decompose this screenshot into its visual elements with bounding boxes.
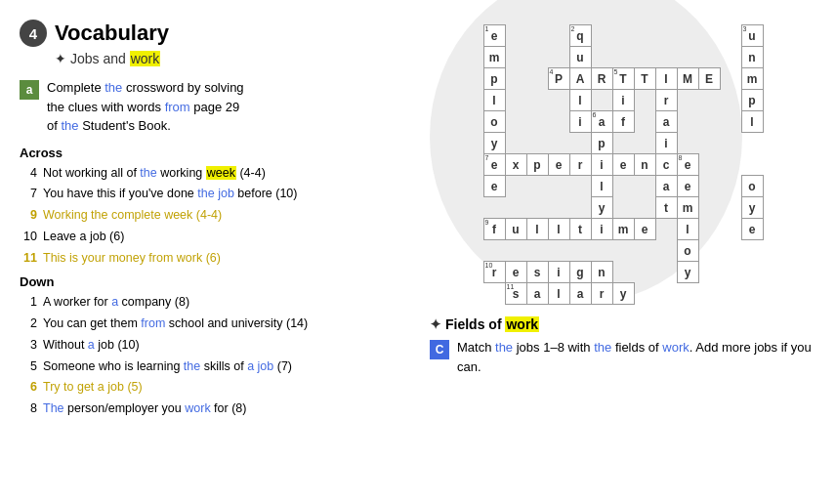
clues-section-down: Down 1 A worker for a company (8) 2 You … xyxy=(20,274,400,418)
clue-down-8: 8 The person/employer you work for (8) xyxy=(20,399,400,418)
grid-cell: l xyxy=(548,283,569,305)
left-panel: 4 Vocabulary ✦ Jobs and work a Complete … xyxy=(0,0,420,504)
grid-cell: r xyxy=(655,90,677,111)
grid-cell: 6a xyxy=(591,111,612,133)
grid-cell: t xyxy=(569,219,591,240)
grid-cell: l xyxy=(483,90,505,111)
grid-cell: c xyxy=(655,154,677,176)
grid-cell: m xyxy=(483,47,505,68)
grid-cell: R xyxy=(591,68,612,90)
grid-cell: 5T xyxy=(612,68,634,90)
grid-cell: o xyxy=(483,111,505,133)
grid-cell: i xyxy=(569,111,591,133)
grid-cell: m xyxy=(677,197,698,219)
grid-cell: 9f xyxy=(483,219,505,240)
grid-row-10: o xyxy=(483,240,763,262)
grid-cell: e xyxy=(548,154,569,176)
grid-cell: a xyxy=(655,111,677,133)
grid-row-5: y p i xyxy=(483,133,763,154)
grid-cell: l xyxy=(526,219,548,240)
grid-cell: 2q xyxy=(569,25,591,47)
grid-cell: e xyxy=(634,219,655,240)
grid-cell: f xyxy=(612,111,634,133)
grid-row-0: 1e 2q 3u xyxy=(483,25,763,47)
grid-cell: l xyxy=(741,111,763,133)
grid-cell: T xyxy=(634,68,655,90)
grid-cell: p xyxy=(526,154,548,176)
grid-cell: p xyxy=(483,68,505,90)
grid-cell: y xyxy=(591,197,612,219)
fields-highlight: work xyxy=(505,316,539,332)
crossword-grid: 1e 2q 3u xyxy=(483,24,764,305)
grid-cell: o xyxy=(677,240,698,262)
grid-cell: p xyxy=(591,133,612,154)
grid-row-6: 7e x p e r i e n c 8e xyxy=(483,154,763,176)
grid-cell: y xyxy=(612,283,634,305)
grid-cell: n xyxy=(591,262,612,283)
grid-row-2: p 4P A R 5T T I M E m xyxy=(483,68,763,90)
grid-row-1: m u n xyxy=(483,47,763,68)
grid-cell: y xyxy=(677,262,698,283)
clue-across-11: 11 This is your money from work (6) xyxy=(20,249,400,268)
grid-cell: i xyxy=(655,133,677,154)
grid-row-3: l l i r p xyxy=(483,90,763,111)
grid-cell: 8e xyxy=(677,154,698,176)
task-a-row: a Complete the crossword by solvingthe c… xyxy=(20,78,400,136)
grid-cell: e xyxy=(741,219,763,240)
fields-text: Match the jobs 1–8 with the fields of wo… xyxy=(457,338,816,376)
grid-cell: M xyxy=(677,68,698,90)
crossword-container: 1e 2q 3u xyxy=(483,20,764,305)
grid-cell: 10r xyxy=(483,262,505,283)
grid-cell: l xyxy=(569,90,591,111)
subtitle-text: Jobs and work xyxy=(70,51,160,66)
star-icon: ✦ xyxy=(55,51,66,66)
right-panel: 1e 2q 3u xyxy=(420,0,836,504)
grid-cell: 7e xyxy=(483,154,505,176)
grid-cell: y xyxy=(741,197,763,219)
fields-section: ✦ Fields of work C Match the jobs 1–8 wi… xyxy=(420,316,826,376)
clue-across-9: 9 Working the complete week (4-4) xyxy=(20,206,400,225)
clue-down-6: 6 Try to get a job (5) xyxy=(20,378,400,397)
fields-title-text: Fields of work xyxy=(445,316,539,332)
grid-cell: 11s xyxy=(505,283,526,305)
section-header: 4 Vocabulary xyxy=(20,20,400,47)
grid-cell: p xyxy=(741,90,763,111)
grid-cell: y xyxy=(483,133,505,154)
clue-across-4: 4 Not working all of the working week (4… xyxy=(20,164,400,183)
across-heading: Across xyxy=(20,146,400,160)
task-c-label: C xyxy=(430,340,449,359)
grid-cell: i xyxy=(548,262,569,283)
section-title: Vocabulary xyxy=(55,21,169,46)
grid-cell: r xyxy=(569,154,591,176)
grid-cell: x xyxy=(505,154,526,176)
grid-cell: g xyxy=(569,262,591,283)
grid-cell: i xyxy=(591,219,612,240)
grid-cell: l xyxy=(591,176,612,197)
grid-cell: a xyxy=(655,176,677,197)
task-a-text: Complete the crossword by solvingthe clu… xyxy=(47,78,244,136)
clue-across-7: 7 You have this if you've done the job b… xyxy=(20,185,400,203)
grid-cell: e xyxy=(505,262,526,283)
grid-cell: s xyxy=(526,262,548,283)
grid-row-12: 11s a l a r y xyxy=(483,283,763,305)
clue-down-5: 5 Someone who is learning the skills of … xyxy=(20,357,400,376)
grid-cell: t xyxy=(655,197,677,219)
fields-title: ✦ Fields of work xyxy=(430,316,816,332)
grid-cell: I xyxy=(655,68,677,90)
star-icon-fields: ✦ xyxy=(430,316,441,332)
grid-cell: u xyxy=(569,47,591,68)
clue-down-3: 3 Without a job (10) xyxy=(20,336,400,355)
clues-section-across: Across 4 Not working all of the working … xyxy=(20,146,400,268)
section-number: 4 xyxy=(20,20,47,47)
grid-cell: 1e xyxy=(483,25,505,47)
grid-row-4: o i 6a f a l xyxy=(483,111,763,133)
clue-down-2: 2 You can get them from school and unive… xyxy=(20,315,400,333)
grid-cell: l xyxy=(677,219,698,240)
grid-cell: e xyxy=(677,176,698,197)
grid-cell: o xyxy=(741,176,763,197)
grid-cell: n xyxy=(741,47,763,68)
clue-across-10: 10 Leave a job (6) xyxy=(20,228,400,246)
grid-row-7: e l a e o xyxy=(483,176,763,197)
grid-cell: 3u xyxy=(741,25,763,47)
grid-cell: e xyxy=(483,176,505,197)
